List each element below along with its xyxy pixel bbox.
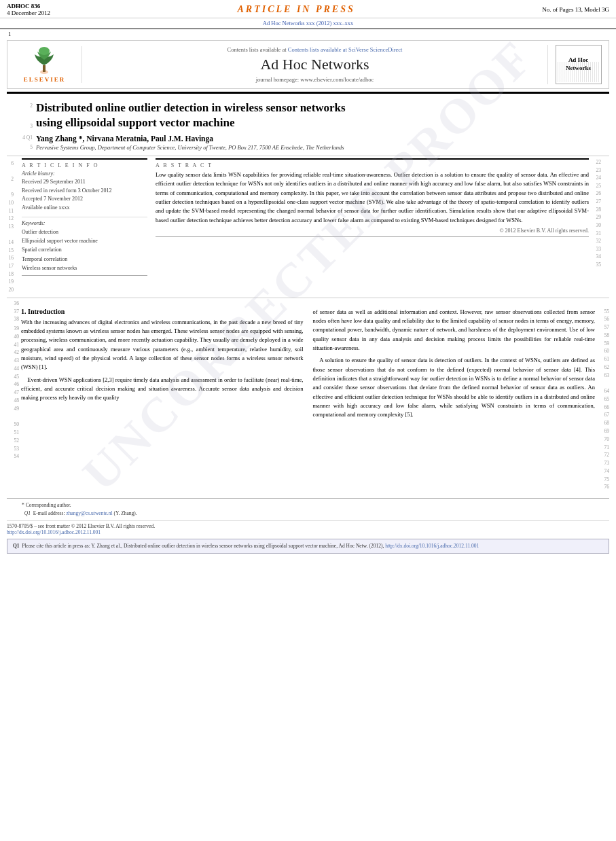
right-body-para-1: of sensor data as well as additional inf… — [313, 308, 596, 353]
line-num-5: 5 — [20, 144, 33, 150]
elsevier-logo-area: ELSEVIER — [14, 46, 82, 83]
elsevier-wordmark: ELSEVIER — [24, 76, 66, 83]
contents-line: Contents lists available at Contents lis… — [227, 46, 402, 53]
thick-divider-top — [7, 92, 609, 94]
journal-header: ELSEVIER Contents lists available at Con… — [7, 40, 609, 89]
title-line-num-row: 2 3 Distributed online outlier detection… — [20, 101, 602, 131]
citation-box: Q1 Please cite this article in press as:… — [7, 539, 609, 554]
footer-section: * Corresponding author. Q1 E-mail addres… — [7, 498, 609, 535]
elsevier-tree-icon — [29, 46, 60, 75]
line-nums-6-20: 6 2 910111213 14151617181920 — [7, 160, 14, 294]
authors-row: 4 Q1 Yang Zhang *, Nirvana Meratnia, Pau… — [20, 135, 602, 143]
abstract-text: Low quality sensor data limits WSN capab… — [156, 171, 589, 225]
keywords-label: Keywords: — [22, 220, 147, 226]
article-info-col: A R T I C L E I N F O Article history: R… — [22, 158, 147, 294]
right-body-line-nums: 555657585960616263 646566676869707172737… — [597, 308, 609, 492]
journal-homepage: journal homepage: www.elsevier.com/locat… — [256, 76, 374, 83]
abstract-label: A B S T R A C T — [156, 162, 589, 168]
thin-divider-2 — [7, 298, 609, 298]
article-history-dates: Received 29 September 2011 Received in r… — [22, 178, 147, 213]
keywords-section: Keywords: Outlier detection Ellipsoidal … — [22, 217, 147, 272]
right-line-nums-abstract: 2223242526272829303132333435 — [596, 158, 602, 269]
page-number: 1 — [0, 29, 616, 39]
intro-line-row-36-38: 36 — [7, 300, 609, 306]
keywords-list: Outlier detection Ellipsoidal support ve… — [22, 228, 147, 272]
sciverse-link[interactable]: Contents lists available at SciVerse Sci… — [288, 46, 403, 53]
adhoc-logo-box: Ad HocNetworks — [556, 45, 602, 84]
article-main-title: Distributed online outlier detection in … — [36, 101, 346, 131]
top-bar: ADHOC 836 4 December 2012 ARTICLE IN PRE… — [0, 0, 616, 18]
abstract-box: A B S T R A C T Low quality sensor data … — [156, 158, 589, 237]
intro-para-1: With the increasing advances of digital … — [21, 318, 304, 372]
adhoc-id: ADHOC 836 — [7, 3, 50, 10]
line-num-2-3: 2 3 — [20, 101, 33, 131]
footer-line-q1 — [7, 501, 19, 517]
article-info-label: A R T I C L E I N F O — [22, 162, 147, 168]
intro-para-2: Event-driven WSN applications [2,3] requ… — [21, 376, 304, 403]
left-line-nums-block: 6 2 910111213 14151617181920 — [7, 158, 14, 294]
left-body-with-nums: 37 38 3940414243444546474849 5051525354 … — [7, 308, 304, 492]
abstract-col: A B S T R A C T Low quality sensor data … — [156, 158, 589, 294]
affiliation-row: 5 Pervasive Systems Group, Department of… — [20, 144, 602, 151]
left-body-text: 1. Introduction With the increasing adva… — [21, 308, 304, 492]
footer-note-area: * Corresponding author. Q1 E-mail addres… — [22, 501, 137, 517]
journal-reference: Ad Hoc Networks xxx (2012) xxx–xxx — [0, 18, 616, 29]
journal-title-area: Contents lists available at Contents lis… — [89, 46, 541, 83]
article-history-label: Article history: — [22, 171, 147, 177]
thin-divider-1 — [7, 156, 609, 156]
q1-line-num: 4 Q1 — [20, 135, 33, 141]
article-info-box: A R T I C L E I N F O Article history: R… — [22, 158, 147, 276]
copyright-doi-line: 1570-8705/$ – see front matter © 2012 El… — [7, 520, 609, 535]
body-line-nums-intro: 36 — [7, 300, 609, 306]
adhoc-logo-pattern — [558, 62, 600, 82]
footer-notes: * Corresponding author. Q1 E-mail addres… — [7, 501, 609, 517]
email-note: Q1 E-mail address: zhangy@cs.utwente.nl … — [22, 509, 137, 518]
journal-name: Ad Hoc Networks — [260, 56, 369, 73]
corresponding-note: * Corresponding author. — [22, 501, 137, 509]
right-body-para-2: A solution to ensure the quality of sens… — [313, 356, 596, 419]
article-info-abstract: 6 2 910111213 14151617181920 A R T I C L… — [7, 158, 609, 294]
article-title-section: 2 3 Distributed online outlier detection… — [0, 95, 616, 154]
svg-point-2 — [39, 47, 50, 55]
cite-doi-link[interactable]: http://dx.doi.org/10.1016/j.adhoc.2012.1… — [385, 543, 479, 549]
line-num-36: 36 — [7, 300, 19, 306]
pages-model: No. of Pages 13, Model 3G — [542, 6, 609, 13]
article-affiliation: Pervasive Systems Group, Department of C… — [36, 144, 344, 151]
title-text: Distributed online outlier detection in … — [36, 101, 346, 131]
right-body-text: of sensor data as well as additional inf… — [313, 308, 596, 492]
left-body-line-nums: 37 38 3940414243444546474849 5051525354 — [7, 308, 19, 492]
date-line: 4 December 2012 — [7, 10, 50, 16]
body-columns: 37 38 3940414243444546474849 5051525354 … — [7, 308, 609, 492]
adhoc-logo-area: Ad HocNetworks — [547, 45, 602, 84]
article-authors: Yang Zhang *, Nirvana Meratnia, Paul J.M… — [36, 135, 213, 143]
right-body-with-nums: of sensor data as well as additional inf… — [313, 308, 610, 492]
svg-rect-1 — [43, 65, 46, 72]
doi-link[interactable]: http://dx.doi.org/10.1016/j.adhoc.2012.1… — [7, 529, 609, 535]
article-in-press: ARTICLE IN PRESS — [237, 4, 355, 15]
citation-text: Q1 Please cite this article in press as:… — [13, 542, 603, 550]
abstract-copyright: © 2012 Elsevier B.V. All rights reserved… — [156, 228, 589, 234]
top-bar-left: ADHOC 836 4 December 2012 — [7, 3, 50, 16]
intro-heading: 1. Introduction — [21, 308, 304, 315]
